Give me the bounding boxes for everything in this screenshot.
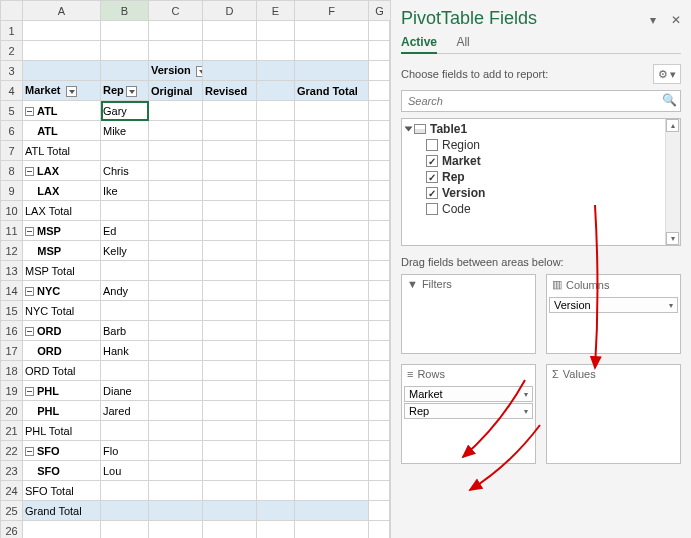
cell[interactable] [149, 381, 203, 401]
cell[interactable]: LAX Total [23, 201, 101, 221]
cell[interactable] [257, 381, 295, 401]
cell[interactable]: Version [149, 61, 203, 81]
cell[interactable] [203, 421, 257, 441]
cell[interactable] [295, 461, 369, 481]
cell[interactable] [369, 501, 391, 521]
cell[interactable] [295, 181, 369, 201]
cell[interactable] [23, 41, 101, 61]
cell[interactable] [149, 181, 203, 201]
worksheet-grid[interactable]: A B C D E F G 123Version 4Market RepOrig… [0, 0, 390, 538]
cell[interactable] [101, 421, 149, 441]
cell[interactable] [369, 321, 391, 341]
cell[interactable] [295, 241, 369, 261]
row-header[interactable]: 22 [1, 441, 23, 461]
cell[interactable] [203, 321, 257, 341]
cell[interactable] [203, 441, 257, 461]
cell[interactable] [203, 21, 257, 41]
cell[interactable] [149, 441, 203, 461]
cell[interactable]: ATL Total [23, 141, 101, 161]
pane-menu-caret-icon[interactable]: ▾ [650, 13, 666, 27]
area-chip-market[interactable]: Market▾ [404, 386, 533, 402]
cell[interactable] [23, 61, 101, 81]
row-header[interactable]: 5 [1, 101, 23, 121]
cell[interactable] [295, 201, 369, 221]
cell[interactable] [257, 181, 295, 201]
cell[interactable]: Diane [101, 381, 149, 401]
row-header[interactable]: 4 [1, 81, 23, 101]
cell[interactable] [203, 361, 257, 381]
row-header[interactable]: 9 [1, 181, 23, 201]
cell[interactable] [149, 201, 203, 221]
cell[interactable]: NYC Total [23, 301, 101, 321]
row-header[interactable]: 14 [1, 281, 23, 301]
cell[interactable] [257, 201, 295, 221]
checkbox[interactable] [426, 171, 438, 183]
cell[interactable]: MSP [23, 241, 101, 261]
cell[interactable] [295, 101, 369, 121]
cell[interactable]: Hank [101, 341, 149, 361]
cell[interactable] [369, 361, 391, 381]
collapse-icon[interactable] [25, 447, 34, 456]
checkbox[interactable] [426, 203, 438, 215]
cell[interactable]: SFO Total [23, 481, 101, 501]
col-header-b[interactable]: B [101, 1, 149, 21]
filters-area[interactable]: ▼Filters [401, 274, 536, 354]
col-header-d[interactable]: D [203, 1, 257, 21]
row-header[interactable]: 17 [1, 341, 23, 361]
cell[interactable] [203, 401, 257, 421]
row-header[interactable]: 6 [1, 121, 23, 141]
cell[interactable] [101, 521, 149, 539]
row-header[interactable]: 8 [1, 161, 23, 181]
cell[interactable] [369, 281, 391, 301]
cell[interactable]: Jared [101, 401, 149, 421]
cell[interactable] [203, 261, 257, 281]
cell[interactable] [369, 41, 391, 61]
row-header[interactable]: 23 [1, 461, 23, 481]
cell[interactable]: LAX [23, 161, 101, 181]
cell[interactable] [295, 281, 369, 301]
field-code[interactable]: Code [406, 201, 680, 217]
collapse-icon[interactable] [25, 227, 34, 236]
cell[interactable]: Original [149, 81, 203, 101]
collapse-icon[interactable] [25, 387, 34, 396]
cell[interactable] [149, 141, 203, 161]
cell[interactable] [149, 481, 203, 501]
cell[interactable] [257, 441, 295, 461]
col-header-e[interactable]: E [257, 1, 295, 21]
cell[interactable] [257, 341, 295, 361]
cell[interactable] [295, 341, 369, 361]
cell[interactable] [295, 141, 369, 161]
cell[interactable] [369, 441, 391, 461]
cell[interactable]: PHL Total [23, 421, 101, 441]
field-table-node[interactable]: Table1 [406, 121, 680, 137]
cell[interactable] [295, 421, 369, 441]
cell[interactable] [369, 241, 391, 261]
collapse-icon[interactable] [25, 167, 34, 176]
cell[interactable] [369, 381, 391, 401]
cell[interactable]: PHL [23, 381, 101, 401]
cell[interactable] [369, 301, 391, 321]
cell[interactable] [203, 221, 257, 241]
cell[interactable] [257, 241, 295, 261]
cell[interactable] [149, 261, 203, 281]
cell[interactable] [257, 281, 295, 301]
col-header-g[interactable]: G [369, 1, 391, 21]
cell[interactable] [257, 321, 295, 341]
cell[interactable] [369, 21, 391, 41]
chevron-down-icon[interactable]: ▾ [524, 390, 528, 399]
area-chip-rep[interactable]: Rep▾ [404, 403, 533, 419]
row-header[interactable]: 16 [1, 321, 23, 341]
row-header[interactable]: 25 [1, 501, 23, 521]
cell[interactable] [101, 21, 149, 41]
select-all-corner[interactable] [1, 1, 23, 21]
cell[interactable]: Gary [101, 101, 149, 121]
cell[interactable] [149, 221, 203, 241]
field-list[interactable]: Table1RegionMarketRepVersionCode ▴ ▾ [401, 118, 681, 246]
cell[interactable] [295, 521, 369, 539]
cell[interactable] [203, 301, 257, 321]
search-input[interactable] [401, 90, 681, 112]
row-header[interactable]: 19 [1, 381, 23, 401]
cell[interactable] [203, 521, 257, 539]
cell[interactable] [257, 141, 295, 161]
cell[interactable]: Market [23, 81, 101, 101]
